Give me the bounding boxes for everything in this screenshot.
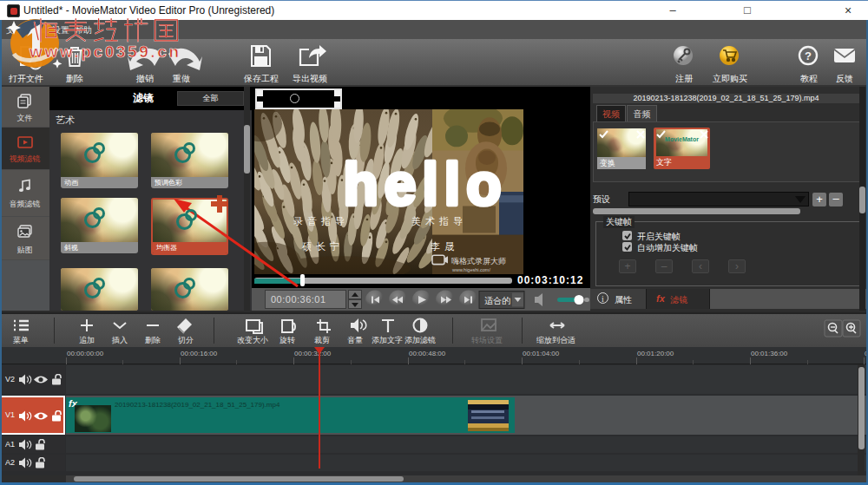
svg-text:www.pc0359.cn: www.pc0359.cn [29,43,181,61]
